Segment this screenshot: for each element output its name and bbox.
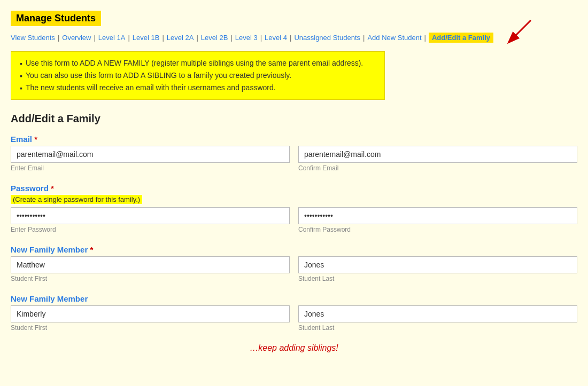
nav-sep-5: | — [196, 34, 198, 42]
page-title: Manage Students — [11, 11, 101, 26]
svg-line-1 — [509, 20, 531, 42]
info-bullet-3: The new students will receive an email w… — [20, 82, 376, 94]
password-section: Password * (Create a single password for… — [11, 184, 577, 233]
nav-view-students[interactable]: View Students — [11, 34, 55, 42]
member1-section: New Family Member * Student First Studen… — [11, 245, 577, 282]
nav-sep-8: | — [290, 34, 291, 42]
password-confirm-input[interactable] — [298, 207, 577, 224]
email-confirm-input[interactable] — [298, 146, 577, 163]
member2-first-input[interactable] — [11, 305, 290, 322]
password-label: Password * — [11, 184, 577, 193]
nav-level2a[interactable]: Level 2A — [167, 34, 194, 42]
member1-first-hint: Student First — [11, 275, 290, 282]
member1-required-mark: * — [88, 245, 93, 254]
email-confirm-hint: Confirm Email — [298, 164, 577, 172]
member1-last-input[interactable] — [298, 256, 577, 273]
email-label: Email * — [11, 135, 577, 144]
member1-first-col: Student First — [11, 256, 290, 282]
member2-last-col: Student Last — [298, 305, 577, 332]
nav-level1b[interactable]: Level 1B — [133, 34, 160, 42]
nav-bar: View Students | Overview | Level 1A | Le… — [11, 34, 577, 42]
red-arrow-icon — [493, 18, 536, 50]
nav-sep-6: | — [230, 34, 232, 42]
password-enter-input[interactable] — [11, 207, 290, 224]
password-sublabel: (Create a single password for this famil… — [11, 195, 142, 204]
password-confirm-hint: Confirm Password — [298, 226, 577, 233]
nav-overview[interactable]: Overview — [62, 34, 91, 42]
member2-label: New Family Member — [11, 294, 577, 303]
member1-last-hint: Student Last — [298, 275, 577, 282]
nav-level4[interactable]: Level 4 — [265, 34, 287, 42]
email-row: Enter Email Confirm Email — [11, 146, 577, 172]
nav-add-new-student[interactable]: Add New Student — [367, 34, 421, 42]
member1-row: Student First Student Last — [11, 256, 577, 282]
info-box: Use this form to ADD A NEW FAMILY (regis… — [11, 51, 385, 100]
nav-sep-7: | — [260, 34, 262, 42]
password-row: Enter Password Confirm Password — [11, 207, 577, 233]
nav-sep-3: | — [128, 34, 129, 42]
keep-adding-text: …keep adding siblings! — [11, 343, 577, 353]
email-section: Email * Enter Email Confirm Email — [11, 135, 577, 172]
info-bullet-2: You can also use this form to ADD A SIBL… — [20, 69, 376, 82]
member2-last-input[interactable] — [298, 305, 577, 322]
member2-first-hint: Student First — [11, 324, 290, 332]
email-confirm-col: Confirm Email — [298, 146, 577, 172]
nav-sep-10: | — [424, 34, 426, 42]
member1-first-input[interactable] — [11, 256, 290, 273]
nav-sep-9: | — [363, 34, 365, 42]
email-enter-col: Enter Email — [11, 146, 290, 172]
info-bullet-1: Use this form to ADD A NEW FAMILY (regis… — [20, 57, 376, 69]
nav-sep-2: | — [94, 34, 95, 42]
nav-sep-1: | — [58, 34, 59, 42]
nav-level2b[interactable]: Level 2B — [201, 34, 228, 42]
form-section-title: Add/Edit a Family — [11, 113, 577, 125]
password-enter-hint: Enter Password — [11, 226, 290, 233]
email-required-mark: * — [32, 135, 37, 144]
member2-first-col: Student First — [11, 305, 290, 332]
email-enter-hint: Enter Email — [11, 164, 290, 172]
password-confirm-col: Confirm Password — [298, 207, 577, 233]
password-required-mark: * — [49, 184, 54, 193]
nav-add-edit-family[interactable]: Add/Edit a Family — [429, 33, 493, 43]
nav-sep-4: | — [162, 34, 164, 42]
nav-unassigned[interactable]: Unassigned Students — [294, 34, 360, 42]
email-enter-input[interactable] — [11, 146, 290, 163]
member1-last-col: Student Last — [298, 256, 577, 282]
member2-section: New Family Member Student First Student … — [11, 294, 577, 332]
member2-last-hint: Student Last — [298, 324, 577, 332]
nav-level1a[interactable]: Level 1A — [98, 34, 126, 42]
member1-label: New Family Member * — [11, 245, 577, 254]
password-enter-col: Enter Password — [11, 207, 290, 233]
nav-level3[interactable]: Level 3 — [235, 34, 258, 42]
member2-row: Student First Student Last — [11, 305, 577, 332]
